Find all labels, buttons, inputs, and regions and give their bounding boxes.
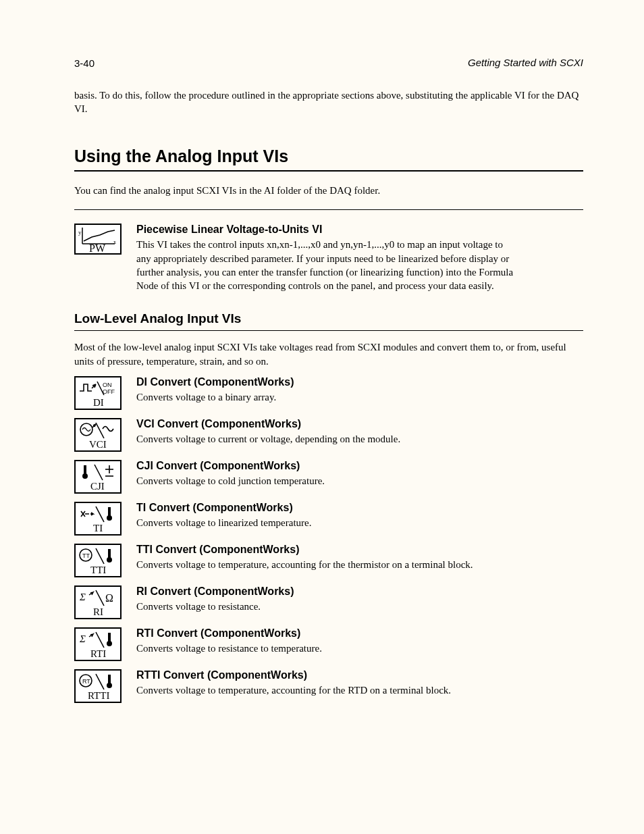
svg-text:RTTI: RTTI bbox=[88, 690, 109, 701]
svg-text:RTI: RTI bbox=[90, 648, 106, 659]
vi-name: RI Convert (ComponentWorks) bbox=[136, 584, 514, 599]
svg-text:Ω: Ω bbox=[105, 592, 113, 604]
thin-rule-1 bbox=[74, 209, 583, 210]
section-rule bbox=[74, 170, 583, 172]
svg-text:TT: TT bbox=[82, 552, 90, 559]
vi-desc: Converts voltage to a binary array. bbox=[136, 390, 514, 404]
vi-desc: Converts voltage to current or voltage, … bbox=[136, 432, 514, 446]
svg-text:Σ: Σ bbox=[79, 592, 86, 602]
vi-desc: Converts voltage to temperature, account… bbox=[136, 558, 514, 571]
svg-line-39 bbox=[96, 674, 104, 689]
svg-line-13 bbox=[95, 465, 103, 480]
di-convert-icon: ON OFF DI bbox=[74, 376, 122, 410]
svg-text:Σ: Σ bbox=[79, 633, 86, 644]
rtti-convert-icon: RT RTTI bbox=[74, 669, 122, 703]
svg-rect-26 bbox=[108, 549, 111, 558]
vi-name: CJI Convert (ComponentWorks) bbox=[136, 459, 514, 473]
svg-line-33 bbox=[96, 632, 104, 648]
vi-row-cji: CJI CJI Convert (ComponentWorks) Convert… bbox=[74, 459, 583, 494]
vi-name: RTTI Convert (ComponentWorks) bbox=[136, 668, 514, 683]
vi-row-rti: Σ RTI RTI Convert (ComponentWorks) Conve… bbox=[74, 626, 583, 661]
vi-row-ti: TI TI Convert (ComponentWorks) Converts … bbox=[74, 500, 583, 536]
vi-list: ON OFF DI DI Convert (ComponentWorks) Co… bbox=[74, 375, 583, 703]
svg-text:x: x bbox=[113, 239, 116, 245]
vi-row-tti: TT TTI TTI Convert (ComponentWorks) Conv… bbox=[74, 542, 583, 577]
vci-convert-icon: VCI bbox=[74, 418, 122, 452]
svg-text:RI: RI bbox=[93, 606, 103, 617]
vi-row-rtti: RT RTTI RTTI Convert (ComponentWorks) Co… bbox=[74, 668, 583, 703]
vi-desc: Converts voltage to resistance to temper… bbox=[136, 642, 514, 655]
svg-text:CJI: CJI bbox=[90, 481, 105, 492]
svg-rect-12 bbox=[84, 465, 86, 475]
svg-text:RT: RT bbox=[82, 678, 90, 685]
vi-row-ri: Σ Ω RI RI Convert (ComponentWorks) Conve… bbox=[74, 584, 583, 619]
svg-rect-35 bbox=[108, 633, 111, 642]
vi-row-di: ON OFF DI DI Convert (ComponentWorks) Co… bbox=[74, 375, 583, 410]
ti-convert-icon: TI bbox=[74, 502, 122, 536]
vi-name: RTI Convert (ComponentWorks) bbox=[136, 626, 514, 641]
intro-paragraph: basis. To do this, follow the procedure … bbox=[74, 88, 583, 116]
svg-text:VCI: VCI bbox=[89, 439, 107, 450]
vi-desc: Converts voltage to linearized temperatu… bbox=[136, 516, 514, 529]
tti-convert-icon: TT TTI bbox=[74, 544, 122, 577]
svg-text:TI: TI bbox=[93, 523, 103, 533]
vi-name: TI Convert (ComponentWorks) bbox=[136, 500, 514, 515]
vi-desc: Converts voltage to resistance. bbox=[136, 600, 514, 613]
pw-vi-title: Piecewise Linear Voltage-to-Units VI bbox=[136, 222, 514, 237]
pw-vi-text: Piecewise Linear Voltage-to-Units VI Thi… bbox=[136, 222, 514, 293]
pw-vi-body: This VI takes the control inputs xn,xn-1… bbox=[136, 238, 514, 292]
low-level-title: Low-Level Analog Input VIs bbox=[74, 311, 583, 326]
svg-line-9 bbox=[96, 423, 104, 438]
low-level-intro: Most of the low-level analog input SCXI … bbox=[74, 340, 583, 368]
vi-name: DI Convert (ComponentWorks) bbox=[136, 375, 514, 390]
piecewise-linear-icon: y x PW bbox=[74, 224, 122, 255]
svg-text:y: y bbox=[78, 229, 82, 236]
vi-desc: Converts voltage to cold junction temper… bbox=[136, 474, 514, 488]
vi-row-vci: VCI VCI Convert (ComponentWorks) Convert… bbox=[74, 417, 583, 452]
svg-text:DI: DI bbox=[93, 397, 104, 408]
pw-vi-block: y x PW Piecewise Linear Voltage-to-Units… bbox=[74, 222, 583, 293]
svg-text:OFF: OFF bbox=[103, 388, 115, 395]
vi-name: VCI Convert (ComponentWorks) bbox=[136, 417, 514, 432]
svg-text:TTI: TTI bbox=[90, 565, 106, 575]
svg-line-18 bbox=[96, 506, 104, 522]
svg-text:ON: ON bbox=[103, 382, 112, 388]
section-title: Using the Analog Input VIs bbox=[74, 147, 583, 166]
after-rule-paragraph: You can find the analog input SCXI VIs i… bbox=[74, 184, 583, 197]
cji-convert-icon: CJI bbox=[74, 460, 122, 494]
vi-name: TTI Convert (ComponentWorks) bbox=[136, 542, 514, 557]
svg-line-24 bbox=[96, 548, 104, 564]
svg-rect-20 bbox=[108, 507, 111, 517]
book-title: Getting Started with SCXI bbox=[74, 57, 583, 68]
pw-icon-label: PW bbox=[89, 242, 106, 253]
vi-desc: Converts voltage to temperature, account… bbox=[136, 683, 514, 697]
page: 3-40 Getting Started with SCXI basis. To… bbox=[0, 0, 644, 834]
svg-line-29 bbox=[96, 590, 104, 606]
svg-rect-41 bbox=[108, 675, 111, 684]
thin-rule-2 bbox=[74, 330, 583, 331]
ri-convert-icon: Σ Ω RI bbox=[74, 585, 122, 619]
rti-convert-icon: Σ RTI bbox=[74, 627, 122, 661]
